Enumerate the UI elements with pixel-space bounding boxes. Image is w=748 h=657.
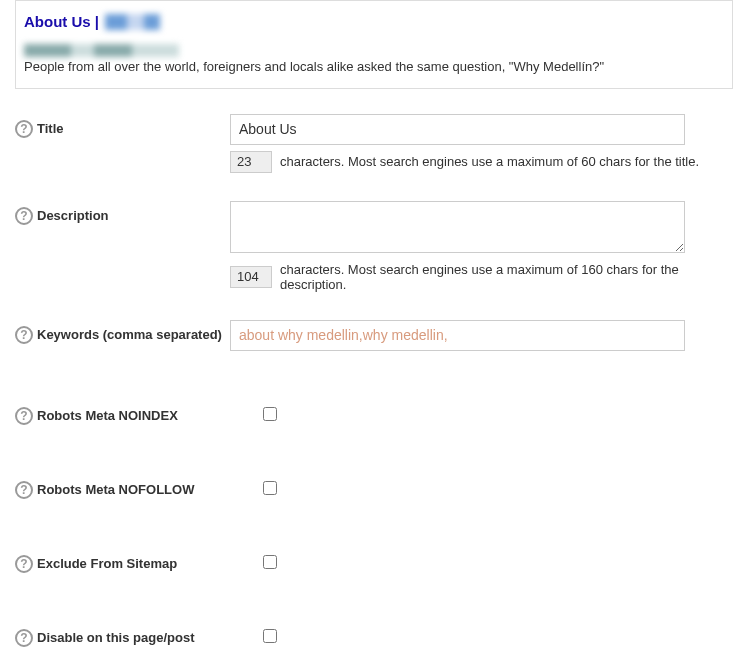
preview-title: About Us |: [24, 13, 99, 30]
preview-description: People from all over the world, foreigne…: [24, 59, 724, 76]
noindex-row: ? Robots Meta NOINDEX: [0, 401, 748, 425]
keywords-row: ? Keywords (comma separated): [0, 320, 748, 351]
noindex-label: Robots Meta NOINDEX: [37, 408, 178, 423]
exclude-sitemap-label: Exclude From Sitemap: [37, 556, 177, 571]
nofollow-row: ? Robots Meta NOFOLLOW: [0, 475, 748, 499]
description-char-count: 104: [230, 266, 272, 288]
exclude-sitemap-row: ? Exclude From Sitemap: [0, 549, 748, 573]
help-icon[interactable]: ?: [15, 120, 33, 138]
disable-label: Disable on this page/post: [37, 630, 194, 645]
nofollow-label: Robots Meta NOFOLLOW: [37, 482, 194, 497]
keywords-label: Keywords (comma separated): [37, 327, 222, 342]
description-input[interactable]: [230, 201, 685, 253]
nofollow-checkbox[interactable]: [263, 481, 277, 495]
description-row: ? Description: [0, 201, 748, 256]
help-icon[interactable]: ?: [15, 555, 33, 573]
disable-row: ? Disable on this page/post: [0, 623, 748, 647]
help-icon[interactable]: ?: [15, 629, 33, 647]
exclude-sitemap-checkbox[interactable]: [263, 555, 277, 569]
title-label: Title: [37, 121, 64, 136]
title-row: ? Title: [0, 114, 748, 145]
disable-checkbox[interactable]: [263, 629, 277, 643]
seo-preview-box: About Us | People from all over the worl…: [15, 0, 733, 89]
title-hint: characters. Most search engines use a ma…: [280, 154, 699, 169]
description-hint: characters. Most search engines use a ma…: [280, 262, 748, 292]
help-icon[interactable]: ?: [15, 207, 33, 225]
noindex-checkbox[interactable]: [263, 407, 277, 421]
title-char-count: 23: [230, 151, 272, 173]
preview-url-redacted: [24, 44, 179, 57]
description-label: Description: [37, 208, 109, 223]
preview-title-redacted: [105, 14, 160, 30]
help-icon[interactable]: ?: [15, 407, 33, 425]
help-icon[interactable]: ?: [15, 326, 33, 344]
title-input[interactable]: [230, 114, 685, 145]
help-icon[interactable]: ?: [15, 481, 33, 499]
keywords-input[interactable]: [230, 320, 685, 351]
